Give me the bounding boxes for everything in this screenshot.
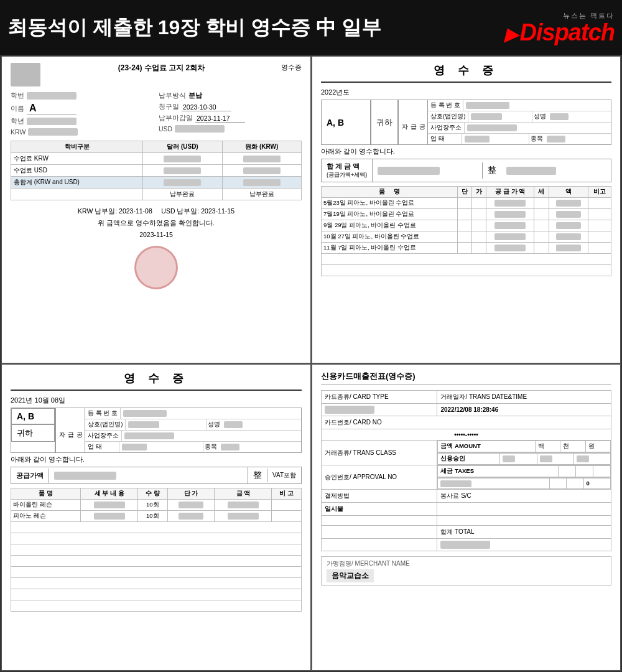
q1-magam-field: 납부마감일 2023-11-17 xyxy=(159,114,302,123)
table-row: 금액 AMOUNT 백 천 원 xyxy=(438,441,611,452)
table-row: 합계 TOTAL xyxy=(322,525,611,538)
q3-items-table: 품 명 세 부 내 용 수 량 단 가 금 액 비 고 바이올린 레슨 10회 xyxy=(11,488,302,612)
table-row-footer: 납부완료 납부완료 xyxy=(11,189,302,200)
credit-receipt-content: 신용카드매출전표(영수증) 카드종류/ CARD TYPE 거래일자/ TRAN… xyxy=(312,365,620,670)
table-row xyxy=(322,265,611,276)
q3-name-label: 성명 xyxy=(206,419,221,430)
q4-baek-label: 백 xyxy=(535,441,560,452)
q2-gong: 공급자 xyxy=(398,100,428,145)
q2-company-row: 상호(법인명) 성명 xyxy=(428,111,611,123)
dispatch-logo: 뉴스는 팩트다 ▶Dispatch xyxy=(504,11,615,44)
q1-tuition-table: 학비구분 달러 (USD) 원화 (KRW) 수업료 KRW 수업료 USD xyxy=(11,141,302,200)
table-row xyxy=(11,567,302,578)
table-row xyxy=(11,600,302,612)
q4-amount-sub-table: 금액 AMOUNT 백 천 원 xyxy=(437,441,611,452)
table-row xyxy=(11,589,302,600)
table-row: 일시불 xyxy=(322,502,611,515)
q4-tax-label: 세금 TAXES xyxy=(438,466,559,477)
q2-type-row: 업 태 종목 xyxy=(428,134,611,144)
q2-address-row: 사업장주소 xyxy=(428,123,611,134)
q4-merchant-label: 가맹점명/ MERCHANT NAME xyxy=(327,559,606,568)
table-row: 카드종류/ CARD TYPE 거래일자/ TRANS DATE&TIME xyxy=(322,391,611,404)
q3-address-row: 사업장주소 xyxy=(85,431,301,442)
q2-col-bigo: 비고 xyxy=(588,187,611,198)
q4-cheon-label: 천 xyxy=(560,441,585,452)
q3-date: 2021년 10월 08일 xyxy=(11,396,302,405)
q1-footer: KRW 납부일: 2023-11-08 USD 납부일: 2023-11-15 … xyxy=(11,205,302,241)
table-row xyxy=(322,515,611,525)
q4-approval-label: 신용승인 xyxy=(438,454,500,465)
table-row xyxy=(322,254,611,265)
q4-installment-label: 일시불 xyxy=(322,502,437,515)
q2-total-amount xyxy=(373,164,482,177)
quadrant-yongsujung-2: 영 수 증 2021년 10월 08일 A, B 귀하 공급자 등 록 번 호 … xyxy=(1,363,311,671)
q4-trans-date-value: 2022/12/08 18:28:46 xyxy=(437,404,611,416)
q3-supply-amount xyxy=(49,469,248,482)
q2-col-dan: 단 xyxy=(457,187,471,198)
q1-napbu-field: 납부방식 분납 xyxy=(159,91,302,100)
q4-card-no-label: 카드번호/ CARD NO xyxy=(322,416,611,429)
table-row: 9월 29일 피아노, 바이올린 수업료 xyxy=(322,220,611,231)
q1-date: 2023-11-15 xyxy=(11,229,302,241)
q2-col-pum: 품 명 xyxy=(322,187,458,198)
q3-recipient: A, B xyxy=(11,408,55,424)
q1-doc-sub: 영수증 xyxy=(281,63,302,72)
q3-gong: 공급자 xyxy=(55,408,85,453)
q4-payment-label: 결제방법 xyxy=(322,489,437,502)
table-row: 결제방법 봉사료 S/C xyxy=(322,489,611,502)
q1-krw-date: KRW 납부일: 2023-11-08 USD 납부일: 2023-11-15 xyxy=(11,205,302,217)
q1-left-info: 학번 이름 A 학년 KRW xyxy=(11,91,154,136)
q3-col-qty: 수 량 xyxy=(137,488,167,500)
q1-stamp-area xyxy=(11,246,302,289)
q4-tax-value: 0 xyxy=(583,478,611,489)
q2-kind-label: 종목 xyxy=(529,134,544,144)
quadrant-credit-receipt: 신용카드매출전표(영수증) 카드종류/ CARD TYPE 거래일자/ TRAN… xyxy=(311,363,621,671)
q3-supply-label: 공급가액 xyxy=(11,469,49,483)
q3-col-price: 단 가 xyxy=(167,488,215,500)
q4-title: 신용카드매출전표(영수증) xyxy=(321,371,611,385)
q1-cheong-field: 청구일 2023-10-30 xyxy=(159,103,302,111)
q4-tax-header-table: 세금 TAXES xyxy=(437,465,611,477)
q2-right-info: 등 록 번 호 상호(법인명) 성명 사업장주소 업 태 xyxy=(428,100,611,145)
q4-tax-cheon-val xyxy=(567,478,583,489)
q2-total-row: 합 계 금 액 (공급가액+세액) 整 xyxy=(321,159,611,182)
q3-ki: 귀하 xyxy=(11,424,55,442)
q1-gyehwa-field: KRW xyxy=(11,128,154,136)
q4-tax-value-table: 0 xyxy=(437,478,611,489)
table-row xyxy=(322,538,611,551)
q4-service-label: 봉사료 S/C xyxy=(437,489,611,502)
q3-main-row: A, B 귀하 공급자 등 록 번 호 상호(법인명) 성명 xyxy=(11,408,302,453)
q1-logo-placeholder xyxy=(11,63,42,88)
q4-merchant-section: 가맹점명/ MERCHANT NAME 음악교습소 xyxy=(321,556,611,586)
q4-approval-no-label: 승인번호/ APPROVAL NO xyxy=(322,465,437,490)
q4-merchant-name: 음악교습소 xyxy=(327,569,374,582)
dispatch-icon-triangle: ▶ xyxy=(504,25,518,44)
q4-total-label: 합계 TOTAL xyxy=(437,525,611,538)
q4-main-table: 카드종류/ CARD TYPE 거래일자/ TRANS DATE&TIME 20… xyxy=(321,390,611,551)
q2-confirm: 아래와 같이 영수합니다. xyxy=(321,147,611,156)
q2-main-row: A, B 귀하 공급자 등 록 번 호 상호(법인명) 성명 사업 xyxy=(321,100,611,145)
table-row: 거래종류/ TRANS CLASS 금액 AMOUNT 백 천 원 xyxy=(322,441,611,453)
q4-card-type-value xyxy=(322,404,437,416)
q2-title: 영 수 증 xyxy=(321,63,611,83)
q4-tax-won xyxy=(593,466,611,477)
q4-cheon-value xyxy=(537,454,573,465)
q1-stamp xyxy=(134,246,178,289)
header: 최동석이 제출한 19장 학비 영수증 中 일부 뉴스는 팩트다 ▶Dispat… xyxy=(0,0,622,55)
q4-trans-class-label: 거래종류/ TRANS CLASS xyxy=(322,441,437,465)
q4-baek-value xyxy=(500,454,537,465)
dispatch-name: ▶Dispatch xyxy=(504,21,615,44)
q1-doc-title: (23-24) 수업료 고지 2회차 xyxy=(118,63,205,73)
table-row: 10월 27일 피아노, 바이올린 수업료 xyxy=(322,231,611,243)
q4-tax-cheon xyxy=(576,466,593,477)
dispatch-brand: 뉴스는 팩트다 ▶Dispatch xyxy=(504,11,615,44)
q1-ireum-field: 이름 A xyxy=(11,103,154,114)
table-row xyxy=(11,578,302,589)
q2-name-value xyxy=(547,112,611,122)
q2-name-label: 성명 xyxy=(532,111,547,122)
q3-col-detail: 세 부 내 용 xyxy=(81,488,138,500)
q2-total-extra xyxy=(501,164,611,177)
q4-won-value xyxy=(573,454,610,465)
q1-col-category: 학비구분 xyxy=(11,141,143,153)
quadrant-yongsujung-1: 영 수 증 2022년도 A, B 귀하 공급자 등 록 번 호 상호(법인명)… xyxy=(311,56,621,363)
